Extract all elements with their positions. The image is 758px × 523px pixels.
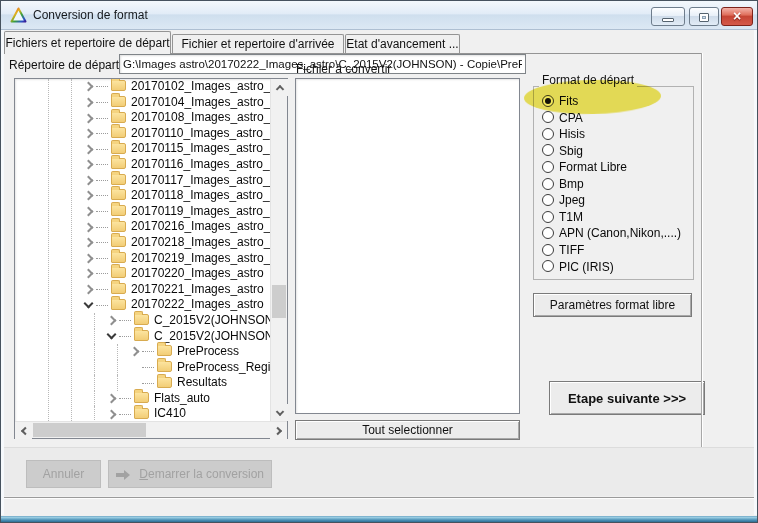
tree-horizontal-scrollbar[interactable] [15,421,287,438]
radio-icon[interactable] [542,128,554,140]
tree-guide [94,391,95,407]
tree-item[interactable]: 20170222_Images_astro [15,297,270,313]
radio-icon[interactable] [542,144,554,156]
radio-option-tiff[interactable]: TIFF [542,241,584,257]
folder-icon [111,127,126,138]
tree-item[interactable]: 20170219_Images_astro_pt [15,251,270,267]
radio-icon[interactable] [542,211,554,223]
chevron-right-icon[interactable] [84,129,94,139]
window-frame-left [1,30,4,515]
radio-icon[interactable] [542,178,554,190]
tree-item[interactable]: 20170218_Images_astro_pt [15,235,270,251]
tree-item[interactable]: 20170119_Images_astro_pt [15,204,270,220]
maximize-button[interactable] [689,7,719,26]
scroll-up-icon[interactable] [271,79,288,96]
radio-icon[interactable] [542,161,554,173]
chevron-right-icon[interactable] [84,82,94,92]
folder-icon [111,299,126,310]
chevron-right-icon[interactable] [84,285,94,295]
scroll-down-icon[interactable] [271,404,288,421]
radio-icon[interactable] [542,111,554,123]
chevron-right-icon[interactable] [84,175,94,185]
tree-vertical-scrollbar[interactable] [270,79,287,421]
tree-item[interactable]: 20170216_Images_astro_pt [15,219,270,235]
chevron-right-icon[interactable] [84,222,94,232]
chevron-right-icon[interactable] [84,160,94,170]
tree-item[interactable]: Flats_auto [15,391,270,407]
radio-icon[interactable] [542,95,554,107]
tree-item[interactable]: 20170102_Images_astro_dark [15,79,270,95]
tree-item-label: 20170110_Images_astro_pt [131,126,270,140]
radio-option-apn-canon-nikon[interactable]: APN (Canon,Nikon,....) [542,224,681,240]
tree-item[interactable]: 20170118_Images_astro_pt [15,188,270,204]
radio-option-sbig[interactable]: Sbig [542,142,583,158]
tab-fichier-arrivee[interactable]: Fichier et repertoire d'arrivée [172,34,344,54]
chevron-right-icon[interactable] [107,316,117,326]
chevron-right-icon[interactable] [84,191,94,201]
tree-item[interactable]: PreProcess [15,344,270,360]
tree-item[interactable]: 20170110_Images_astro_pt [15,126,270,142]
tree-item[interactable]: 20170221_Images_astro [15,282,270,298]
tree-item[interactable]: IC410 [15,406,270,421]
radio-option-jpeg[interactable]: Jpeg [542,191,585,207]
tree-item[interactable]: 20170116_Images_astro_pt [15,157,270,173]
radio-option-format-libre[interactable]: Format Libre [542,158,627,174]
chevron-right-icon[interactable] [107,394,117,404]
tab-fichiers-depart[interactable]: Fichiers et repertoire de départ [4,31,171,54]
tree-item-label: 20170218_Images_astro_pt [131,235,270,249]
dotted-connector [119,414,131,415]
chevron-right-icon[interactable] [107,409,117,419]
radio-option-hisis[interactable]: Hisis [542,125,585,141]
tree-item-label: 20170119_Images_astro_pt [131,204,270,218]
tree-item[interactable]: 20170104_Images_astro_dark [15,95,270,111]
tree-item[interactable]: PreProcess_Registered [15,360,270,376]
radio-icon[interactable] [542,194,554,206]
chevron-down-icon[interactable] [107,329,117,339]
chevron-right-icon[interactable] [84,144,94,154]
close-button[interactable]: × [721,7,753,26]
start-conversion-button[interactable]: Demarrer la conversion [108,460,272,488]
chevron-right-icon[interactable] [84,207,94,217]
select-all-button[interactable]: Tout selectionner [295,420,520,440]
tree-item[interactable]: 20170117_Images_astro__pt [15,173,270,189]
conversion-window: Conversion de format × Fichiers et reper… [0,0,758,523]
vertical-scroll-thumb[interactable] [272,285,286,318]
radio-option-bmp[interactable]: Bmp [542,175,584,191]
tree-item[interactable]: Resultats [15,375,270,391]
minimize-icon [662,18,674,22]
chevron-down-icon[interactable] [84,298,94,308]
chevron-right-icon[interactable] [84,97,94,107]
dotted-connector [96,305,108,306]
tree-item[interactable]: 20170115_Images_astro_pt [15,141,270,157]
free-format-params-button[interactable]: Paramètres format libre [533,293,692,317]
radio-option-fits[interactable]: Fits [542,92,578,108]
tree-item[interactable]: 20170108_Images_astro_pt [15,110,270,126]
folder-icon [111,221,126,232]
chevron-right-icon[interactable] [130,347,140,357]
tree-item[interactable]: C_2015V2(JOHNSON) [15,313,270,329]
scroll-right-icon[interactable] [270,422,287,439]
radio-option-t1m[interactable]: T1M [542,208,583,224]
radio-icon[interactable] [542,260,554,272]
chevron-right-icon[interactable] [84,269,94,279]
radio-icon[interactable] [542,244,554,256]
chevron-right-icon[interactable] [84,253,94,263]
minimize-button[interactable] [651,7,685,26]
tree-rows: 20170102_Images_astro_dark20170104_Image… [15,79,270,421]
chevron-right-icon[interactable] [84,238,94,248]
tree-item[interactable]: C_2015V2(JOHNSON) - Copie [15,329,270,345]
tab-etat-avancement[interactable]: Etat d'avancement ... [345,34,460,54]
scroll-left-icon[interactable] [15,422,32,439]
next-step-button[interactable]: Etape suivante >>> [549,381,705,415]
horizontal-scroll-thumb[interactable] [33,423,146,437]
titlebar[interactable]: Conversion de format × [1,1,757,30]
tree-item[interactable]: 20170220_Images_astro [15,266,270,282]
tree-viewport[interactable]: 20170102_Images_astro_dark20170104_Image… [15,79,270,421]
file-list[interactable] [295,78,520,414]
radio-option-pic-iris[interactable]: PIC (IRIS) [542,258,614,274]
cancel-button[interactable]: Annuler [26,460,101,488]
folder-tree[interactable]: 20170102_Images_astro_dark20170104_Image… [14,78,288,439]
radio-option-cpa[interactable]: CPA [542,109,583,125]
radio-icon[interactable] [542,227,554,239]
chevron-right-icon[interactable] [84,113,94,123]
